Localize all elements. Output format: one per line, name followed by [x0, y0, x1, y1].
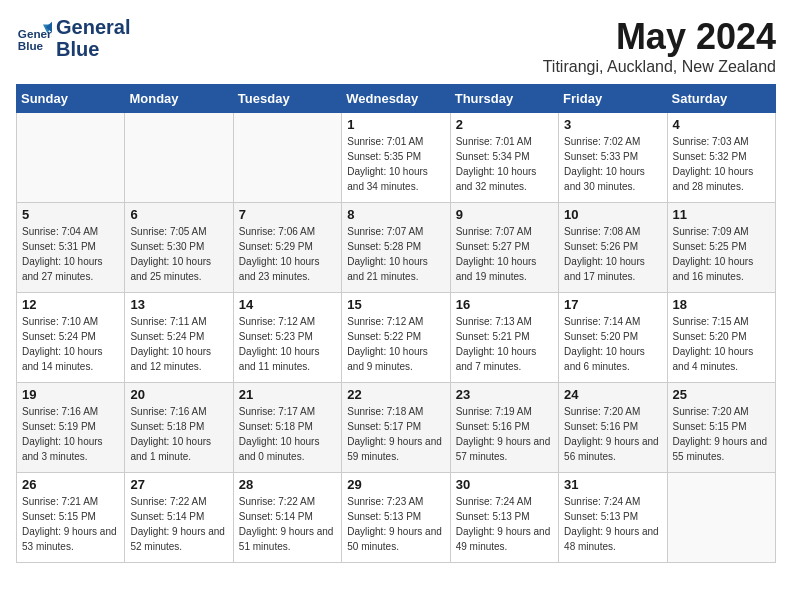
day-info: Sunrise: 7:16 AMSunset: 5:19 PMDaylight:…: [22, 404, 119, 464]
day-number: 24: [564, 387, 661, 402]
day-number: 20: [130, 387, 227, 402]
day-number: 26: [22, 477, 119, 492]
logo: General Blue General Blue: [16, 16, 130, 60]
calendar-week-row: 1Sunrise: 7:01 AMSunset: 5:35 PMDaylight…: [17, 113, 776, 203]
calendar-week-row: 26Sunrise: 7:21 AMSunset: 5:15 PMDayligh…: [17, 473, 776, 563]
calendar-cell: 20Sunrise: 7:16 AMSunset: 5:18 PMDayligh…: [125, 383, 233, 473]
day-number: 9: [456, 207, 553, 222]
calendar-cell: 16Sunrise: 7:13 AMSunset: 5:21 PMDayligh…: [450, 293, 558, 383]
day-number: 16: [456, 297, 553, 312]
day-number: 25: [673, 387, 770, 402]
calendar-cell: 3Sunrise: 7:02 AMSunset: 5:33 PMDaylight…: [559, 113, 667, 203]
day-number: 11: [673, 207, 770, 222]
day-info: Sunrise: 7:19 AMSunset: 5:16 PMDaylight:…: [456, 404, 553, 464]
calendar-cell: 1Sunrise: 7:01 AMSunset: 5:35 PMDaylight…: [342, 113, 450, 203]
day-number: 6: [130, 207, 227, 222]
day-info: Sunrise: 7:03 AMSunset: 5:32 PMDaylight:…: [673, 134, 770, 194]
calendar-cell: 2Sunrise: 7:01 AMSunset: 5:34 PMDaylight…: [450, 113, 558, 203]
calendar-cell: 4Sunrise: 7:03 AMSunset: 5:32 PMDaylight…: [667, 113, 775, 203]
calendar-cell: 23Sunrise: 7:19 AMSunset: 5:16 PMDayligh…: [450, 383, 558, 473]
calendar-cell: 27Sunrise: 7:22 AMSunset: 5:14 PMDayligh…: [125, 473, 233, 563]
calendar-cell: 31Sunrise: 7:24 AMSunset: 5:13 PMDayligh…: [559, 473, 667, 563]
day-number: 2: [456, 117, 553, 132]
calendar-cell: 12Sunrise: 7:10 AMSunset: 5:24 PMDayligh…: [17, 293, 125, 383]
calendar-cell: 24Sunrise: 7:20 AMSunset: 5:16 PMDayligh…: [559, 383, 667, 473]
calendar-cell: 30Sunrise: 7:24 AMSunset: 5:13 PMDayligh…: [450, 473, 558, 563]
calendar-cell: [233, 113, 341, 203]
day-info: Sunrise: 7:20 AMSunset: 5:15 PMDaylight:…: [673, 404, 770, 464]
day-number: 5: [22, 207, 119, 222]
day-number: 12: [22, 297, 119, 312]
day-info: Sunrise: 7:13 AMSunset: 5:21 PMDaylight:…: [456, 314, 553, 374]
calendar-cell: 5Sunrise: 7:04 AMSunset: 5:31 PMDaylight…: [17, 203, 125, 293]
day-info: Sunrise: 7:01 AMSunset: 5:35 PMDaylight:…: [347, 134, 444, 194]
day-number: 1: [347, 117, 444, 132]
day-info: Sunrise: 7:02 AMSunset: 5:33 PMDaylight:…: [564, 134, 661, 194]
day-number: 27: [130, 477, 227, 492]
calendar-cell: 28Sunrise: 7:22 AMSunset: 5:14 PMDayligh…: [233, 473, 341, 563]
calendar-cell: 8Sunrise: 7:07 AMSunset: 5:28 PMDaylight…: [342, 203, 450, 293]
calendar-table: SundayMondayTuesdayWednesdayThursdayFrid…: [16, 84, 776, 563]
calendar-cell: 26Sunrise: 7:21 AMSunset: 5:15 PMDayligh…: [17, 473, 125, 563]
day-number: 22: [347, 387, 444, 402]
day-number: 23: [456, 387, 553, 402]
page-header: General Blue General Blue May 2024 Titir…: [16, 16, 776, 76]
day-info: Sunrise: 7:09 AMSunset: 5:25 PMDaylight:…: [673, 224, 770, 284]
day-number: 30: [456, 477, 553, 492]
day-number: 4: [673, 117, 770, 132]
day-info: Sunrise: 7:07 AMSunset: 5:28 PMDaylight:…: [347, 224, 444, 284]
day-info: Sunrise: 7:22 AMSunset: 5:14 PMDaylight:…: [130, 494, 227, 554]
weekday-header: Sunday: [17, 85, 125, 113]
day-number: 3: [564, 117, 661, 132]
day-number: 29: [347, 477, 444, 492]
calendar-cell: 19Sunrise: 7:16 AMSunset: 5:19 PMDayligh…: [17, 383, 125, 473]
day-info: Sunrise: 7:24 AMSunset: 5:13 PMDaylight:…: [456, 494, 553, 554]
day-info: Sunrise: 7:18 AMSunset: 5:17 PMDaylight:…: [347, 404, 444, 464]
day-info: Sunrise: 7:12 AMSunset: 5:22 PMDaylight:…: [347, 314, 444, 374]
day-info: Sunrise: 7:22 AMSunset: 5:14 PMDaylight:…: [239, 494, 336, 554]
calendar-cell: 7Sunrise: 7:06 AMSunset: 5:29 PMDaylight…: [233, 203, 341, 293]
calendar-cell: 9Sunrise: 7:07 AMSunset: 5:27 PMDaylight…: [450, 203, 558, 293]
weekday-header: Monday: [125, 85, 233, 113]
svg-text:Blue: Blue: [18, 39, 44, 52]
day-info: Sunrise: 7:06 AMSunset: 5:29 PMDaylight:…: [239, 224, 336, 284]
day-info: Sunrise: 7:05 AMSunset: 5:30 PMDaylight:…: [130, 224, 227, 284]
day-info: Sunrise: 7:23 AMSunset: 5:13 PMDaylight:…: [347, 494, 444, 554]
day-number: 14: [239, 297, 336, 312]
calendar-cell: [125, 113, 233, 203]
day-number: 19: [22, 387, 119, 402]
weekday-header: Thursday: [450, 85, 558, 113]
day-number: 17: [564, 297, 661, 312]
day-info: Sunrise: 7:20 AMSunset: 5:16 PMDaylight:…: [564, 404, 661, 464]
day-info: Sunrise: 7:17 AMSunset: 5:18 PMDaylight:…: [239, 404, 336, 464]
calendar-cell: 18Sunrise: 7:15 AMSunset: 5:20 PMDayligh…: [667, 293, 775, 383]
day-info: Sunrise: 7:12 AMSunset: 5:23 PMDaylight:…: [239, 314, 336, 374]
calendar-cell: 11Sunrise: 7:09 AMSunset: 5:25 PMDayligh…: [667, 203, 775, 293]
day-info: Sunrise: 7:24 AMSunset: 5:13 PMDaylight:…: [564, 494, 661, 554]
month-title: May 2024: [543, 16, 776, 58]
calendar-week-row: 5Sunrise: 7:04 AMSunset: 5:31 PMDaylight…: [17, 203, 776, 293]
weekday-header: Wednesday: [342, 85, 450, 113]
calendar-cell: 22Sunrise: 7:18 AMSunset: 5:17 PMDayligh…: [342, 383, 450, 473]
calendar-cell: 14Sunrise: 7:12 AMSunset: 5:23 PMDayligh…: [233, 293, 341, 383]
day-number: 31: [564, 477, 661, 492]
location: Titirangi, Auckland, New Zealand: [543, 58, 776, 76]
day-number: 10: [564, 207, 661, 222]
day-number: 7: [239, 207, 336, 222]
day-info: Sunrise: 7:11 AMSunset: 5:24 PMDaylight:…: [130, 314, 227, 374]
calendar-cell: 15Sunrise: 7:12 AMSunset: 5:22 PMDayligh…: [342, 293, 450, 383]
calendar-cell: [667, 473, 775, 563]
day-info: Sunrise: 7:21 AMSunset: 5:15 PMDaylight:…: [22, 494, 119, 554]
calendar-cell: 17Sunrise: 7:14 AMSunset: 5:20 PMDayligh…: [559, 293, 667, 383]
calendar-cell: 6Sunrise: 7:05 AMSunset: 5:30 PMDaylight…: [125, 203, 233, 293]
day-number: 21: [239, 387, 336, 402]
day-number: 15: [347, 297, 444, 312]
day-info: Sunrise: 7:15 AMSunset: 5:20 PMDaylight:…: [673, 314, 770, 374]
weekday-header: Friday: [559, 85, 667, 113]
day-info: Sunrise: 7:08 AMSunset: 5:26 PMDaylight:…: [564, 224, 661, 284]
day-info: Sunrise: 7:01 AMSunset: 5:34 PMDaylight:…: [456, 134, 553, 194]
calendar-cell: 25Sunrise: 7:20 AMSunset: 5:15 PMDayligh…: [667, 383, 775, 473]
calendar-cell: 29Sunrise: 7:23 AMSunset: 5:13 PMDayligh…: [342, 473, 450, 563]
weekday-header: Saturday: [667, 85, 775, 113]
calendar-cell: 13Sunrise: 7:11 AMSunset: 5:24 PMDayligh…: [125, 293, 233, 383]
